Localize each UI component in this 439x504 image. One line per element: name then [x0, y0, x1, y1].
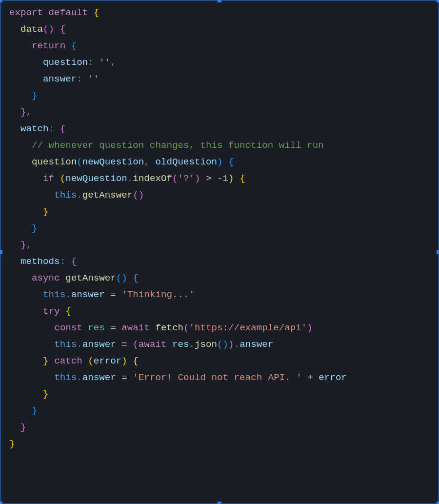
param-newQuestion: newQuestion: [82, 157, 144, 167]
method-getAnswer-def: getAnswer: [65, 273, 116, 283]
prop-watch: watch: [20, 123, 49, 134]
keyword-return: return: [32, 40, 65, 51]
string-thinking: 'Thinking...': [121, 289, 195, 300]
prop-methods: methods: [20, 256, 60, 267]
resize-handle-top-center[interactable]: [218, 0, 221, 2]
string-url: 'https://example/api': [189, 323, 307, 333]
keyword-default: default: [49, 7, 88, 18]
resize-handle-top-right[interactable]: [437, 0, 439, 2]
number-neg1: -1: [217, 173, 228, 184]
keyword-async: async: [32, 273, 60, 283]
keyword-const: const: [54, 323, 82, 333]
string-empty: '': [99, 57, 110, 68]
string-error-b: API. ': [268, 372, 302, 383]
resize-handle-bottom-right[interactable]: [437, 502, 439, 504]
param-oldQuestion: oldQuestion: [155, 157, 217, 167]
id-error: error: [94, 356, 122, 366]
method-data: data: [20, 24, 43, 35]
resize-handle-bottom-center[interactable]: [218, 502, 221, 504]
keyword-export: export: [9, 7, 43, 18]
id-res: res: [88, 323, 105, 333]
method-indexOf: indexOf: [133, 173, 172, 184]
method-question: question: [32, 157, 77, 167]
resize-handle-middle-left[interactable]: [0, 250, 2, 254]
method-getAnswer: getAnswer: [82, 190, 133, 201]
resize-handle-bottom-left[interactable]: [0, 502, 2, 504]
method-json: json: [195, 339, 217, 350]
fn-fetch: fetch: [155, 323, 183, 333]
comment-watch: // whenever question changes, this funct…: [32, 140, 324, 151]
string-qmark: '?': [178, 173, 195, 184]
string-error-a: 'Error! Could not reach: [133, 372, 267, 383]
resize-handle-top-left[interactable]: [0, 0, 2, 2]
keyword-await: await: [121, 323, 150, 333]
code-editor[interactable]: export default { data() { return { quest…: [0, 0, 439, 504]
keyword-if: if: [43, 173, 54, 184]
keyword-catch: catch: [54, 356, 82, 366]
prop-question: question: [43, 57, 88, 68]
prop-answer: answer: [43, 74, 77, 84]
string-empty: '': [88, 74, 99, 84]
resize-handle-middle-right[interactable]: [437, 250, 439, 254]
code-content[interactable]: export default { data() { return { quest…: [0, 0, 439, 456]
keyword-try: try: [43, 306, 60, 317]
keyword-this: this: [54, 190, 77, 201]
